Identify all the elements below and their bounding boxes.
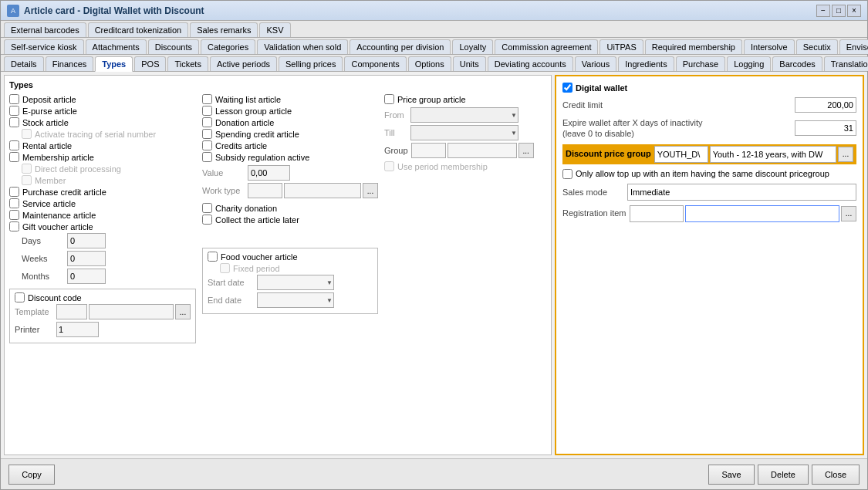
credit-limit-input[interactable] — [795, 97, 856, 113]
tab-pos[interactable]: POS — [134, 56, 166, 71]
months-input[interactable] — [67, 269, 106, 284]
purchase-credit-checkbox[interactable] — [9, 187, 19, 197]
group-input2[interactable] — [448, 143, 517, 158]
end-date-arrow-icon: ▼ — [326, 297, 333, 304]
delete-button[interactable]: Delete — [758, 465, 809, 485]
stock-checkbox[interactable] — [9, 117, 19, 127]
tab-secutix[interactable]: Secutix — [796, 39, 838, 54]
price-group-checkbox[interactable] — [384, 94, 394, 104]
work-type-input2[interactable] — [284, 183, 361, 198]
start-date-input[interactable] — [257, 275, 334, 290]
deposit-checkbox[interactable] — [9, 94, 19, 104]
till-input[interactable] — [410, 125, 518, 140]
tab-deviating-accounts[interactable]: Deviating accounts — [488, 56, 573, 71]
group-input1[interactable] — [411, 143, 446, 158]
tab-self-service[interactable]: Self-service kiosk — [4, 39, 84, 54]
rental-checkbox[interactable] — [9, 140, 19, 150]
from-input[interactable] — [410, 107, 518, 123]
reg-item-input1[interactable] — [630, 205, 684, 222]
tab-commission[interactable]: Commission agreement — [495, 39, 598, 54]
close-button[interactable]: × — [847, 5, 861, 17]
tab-enviso[interactable]: Enviso — [839, 39, 868, 54]
gift-voucher-checkbox[interactable] — [9, 221, 19, 231]
discount-pg-name-input[interactable] — [710, 146, 836, 163]
tab-accounting[interactable]: Accounting per division — [350, 39, 451, 54]
template-input1[interactable] — [56, 304, 87, 319]
tab-required-membership[interactable]: Required membership — [645, 39, 742, 54]
reg-item-input2[interactable] — [685, 205, 839, 222]
till-label: Till — [384, 128, 407, 137]
sales-mode-select[interactable]: Immediate Manual Automatic — [627, 184, 856, 201]
tab-external-barcodes[interactable]: External barcodes — [4, 22, 86, 37]
days-input[interactable] — [67, 233, 106, 248]
end-date-input[interactable] — [257, 292, 334, 308]
save-button[interactable]: Save — [708, 465, 755, 485]
epurse-label: E-purse article — [22, 106, 77, 116]
tab-ksv[interactable]: KSV — [259, 22, 290, 37]
tab-discounts[interactable]: Discounts — [148, 39, 199, 54]
spending-credit-checkbox[interactable] — [202, 129, 212, 139]
tab-loyalty[interactable]: Loyalty — [452, 39, 493, 54]
printer-select[interactable]: 1 — [56, 322, 99, 337]
use-period-row: Use period membership — [384, 161, 546, 171]
credit-limit-row: Credit limit — [562, 97, 856, 113]
donation-checkbox[interactable] — [202, 117, 212, 127]
tab-validation[interactable]: Validation when sold — [257, 39, 348, 54]
tab-ingredients[interactable]: Ingredients — [618, 56, 674, 71]
tab-categories[interactable]: Categories — [201, 39, 255, 54]
tab-components[interactable]: Components — [344, 56, 406, 71]
close-button-bottom[interactable]: Close — [812, 465, 860, 485]
waiting-checkbox[interactable] — [202, 94, 212, 104]
tab-uitpas[interactable]: UiTPAS — [599, 39, 643, 54]
maximize-button[interactable]: □ — [832, 5, 846, 17]
collect-checkbox[interactable] — [202, 215, 212, 225]
tab-logging[interactable]: Logging — [727, 56, 771, 71]
copy-button[interactable]: Copy — [8, 465, 55, 485]
digital-wallet-checkbox[interactable] — [562, 83, 572, 93]
tab-creditcard[interactable]: Creditcard tokenization — [88, 22, 189, 37]
tab-attachments[interactable]: Attachments — [86, 39, 147, 54]
discount-code-checkbox[interactable] — [15, 292, 25, 302]
main-window: A Article card - Digital Wallet with Dis… — [0, 0, 868, 490]
template-browse-button[interactable]: ... — [175, 304, 191, 319]
weeks-input[interactable] — [67, 251, 106, 266]
tab-intersolve[interactable]: Intersolve — [744, 39, 795, 54]
service-checkbox[interactable] — [9, 198, 19, 208]
membership-checkbox[interactable] — [9, 152, 19, 162]
till-input-wrap: ▼ — [410, 125, 518, 140]
food-voucher-checkbox[interactable] — [208, 252, 218, 262]
expire-input[interactable] — [795, 120, 856, 136]
minimize-button[interactable]: − — [816, 5, 830, 17]
reg-item-browse-button[interactable]: ... — [841, 206, 856, 221]
only-allow-checkbox[interactable] — [562, 169, 572, 179]
maintenance-checkbox[interactable] — [9, 210, 19, 220]
tab-types[interactable]: Types — [95, 56, 133, 72]
tab-active-periods[interactable]: Active periods — [210, 56, 277, 71]
epurse-checkbox[interactable] — [9, 106, 19, 116]
discount-pg-browse-button[interactable]: ... — [838, 147, 853, 162]
work-type-browse-button[interactable]: ... — [363, 183, 378, 198]
work-type-input1[interactable] — [248, 183, 282, 198]
tab-details[interactable]: Details — [4, 56, 44, 71]
tab-purchase[interactable]: Purchase — [676, 56, 725, 71]
subsidy-checkbox[interactable] — [202, 152, 212, 162]
lesson-group-checkbox[interactable] — [202, 106, 212, 116]
start-date-row: Start date ▼ — [208, 275, 373, 290]
tab-units[interactable]: Units — [453, 56, 486, 71]
template-input2[interactable] — [89, 304, 174, 319]
tab-sales-remarks[interactable]: Sales remarks — [190, 22, 258, 37]
charity-checkbox[interactable] — [202, 203, 212, 213]
group-browse-button[interactable]: ... — [518, 143, 534, 158]
credits-checkbox[interactable] — [202, 140, 212, 150]
tab-barcodes[interactable]: Barcodes — [772, 56, 822, 71]
tab-tickets[interactable]: Tickets — [167, 56, 208, 71]
value-input[interactable] — [248, 165, 290, 181]
tab-options[interactable]: Options — [408, 56, 451, 71]
tab-finances[interactable]: Finances — [46, 56, 94, 71]
discount-code-section: Discount code Template ... — [9, 289, 196, 343]
discount-pg-code-input[interactable] — [654, 146, 708, 163]
tab-translations[interactable]: Translations — [824, 56, 868, 71]
tab-selling-prices[interactable]: Selling prices — [279, 56, 343, 71]
tab-various[interactable]: Various — [575, 56, 616, 71]
window-title: Article card - Digital Wallet with Disco… — [24, 5, 204, 16]
